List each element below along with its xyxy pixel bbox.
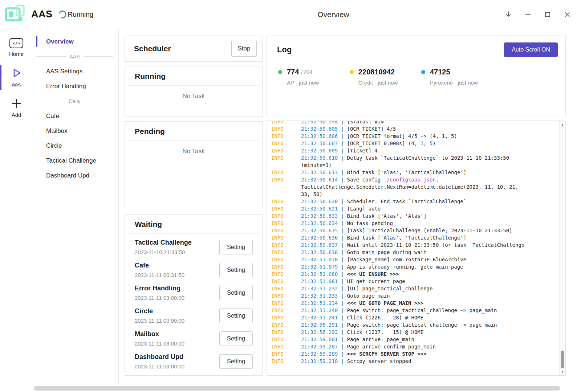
menu-item[interactable]: Dashboard Upd <box>33 168 118 183</box>
stat-value-row: 220810942 <box>349 68 420 76</box>
task-setting-button[interactable]: Setting <box>219 240 253 254</box>
log-separator: | <box>338 133 347 139</box>
plus-icon <box>11 98 22 109</box>
task-info: Error Handling 2023-11-11 03:00:00 <box>135 285 184 301</box>
log-level: INFO <box>271 241 301 249</box>
log-level: INFO <box>271 212 301 220</box>
scroll-down-icon[interactable]: ▼ <box>560 369 565 375</box>
waiting-task-row: Mailbox 2023-11-11 03:00:00 Setting <box>135 327 253 350</box>
stat-dot-icon <box>350 70 354 74</box>
log-separator: | <box>338 329 347 335</box>
minimize-button[interactable] <box>520 7 536 23</box>
stat-caption: Credit - just now <box>358 79 420 86</box>
pending-empty-message: No Task <box>125 141 262 155</box>
log-vertical-scrollbar[interactable]: ▲ ▼ <box>559 121 565 375</box>
log-output-card: INFO21:32:50.598 | [Status] WININFO21:32… <box>267 121 566 376</box>
log-message: UI get current page <box>347 278 405 284</box>
log-timestamp: 21:32:50.609 <box>301 148 338 154</box>
log-timestamp: 21:32:50.636 <box>301 235 338 241</box>
app-title: AAS <box>31 9 53 20</box>
log-separator: | <box>338 315 347 320</box>
log-level: INFO <box>271 307 301 314</box>
rail-item-aas[interactable]: aas <box>0 62 33 93</box>
log-message: Bind task ['Alas', 'TacticalChallenge'] <box>347 170 466 175</box>
menu-item-label: Overview <box>46 38 74 45</box>
menu-item[interactable]: Mailbox <box>33 123 118 138</box>
log-message: [Ticket] 4 <box>347 148 377 154</box>
log-level: INFO <box>271 205 301 212</box>
log-level: INFO <box>271 125 301 132</box>
log-separator: | <box>338 286 347 291</box>
log-timestamp: 21:32:59.001 <box>301 336 338 342</box>
waiting-task-list: Tactical Challenge 2023-11-10 21:33:50 S… <box>125 234 262 373</box>
log-separator: | <box>338 271 347 277</box>
rail-item-add[interactable]: Add <box>0 93 33 123</box>
menu-item-label: Tactical Challenge <box>46 157 96 164</box>
log-timestamp: 21:32:51.078 <box>301 257 338 262</box>
download-update-button[interactable] <box>500 7 516 23</box>
stat-value: 774 <box>287 68 299 76</box>
menu-item-label: AAS Settings <box>46 68 82 75</box>
log-message: [UI] page_tactical_challenge <box>347 286 432 291</box>
log-line: INFO21:32:50.614 | Save config ./config\… <box>271 176 558 198</box>
task-setting-button[interactable]: Setting <box>219 331 253 346</box>
task-name: Dashboard Upd <box>135 353 184 361</box>
menu-item[interactable]: Error Handling <box>33 79 118 94</box>
close-button[interactable] <box>559 7 575 23</box>
menu-item[interactable]: AAS Settings <box>33 64 118 79</box>
log-timestamp: 21:32:50.614 <box>301 177 338 183</box>
log-line: INFO21:32:50.636 | Bind task ['Alas', 'T… <box>271 234 558 241</box>
autoscroll-toggle-button[interactable]: Auto Scroll ON <box>504 42 558 57</box>
menu-item[interactable]: Circle <box>33 138 118 153</box>
log-timestamp: 21:32:51.241 <box>301 315 338 320</box>
horizontal-scrollbar[interactable] <box>0 385 581 392</box>
dashboard-stat: 47125 Pyroxene - just now <box>420 68 492 86</box>
log-timestamp: 21:32:50.613 <box>301 170 338 175</box>
log-scrollbar-thumb[interactable] <box>561 351 564 368</box>
task-setting-button[interactable]: Setting <box>219 286 253 300</box>
dashboard-stat: 220810942 Credit - just now <box>349 68 420 86</box>
log-separator: | <box>338 322 347 328</box>
log-line: INFO21:32:51.240 | Page switch: page_tac… <box>271 307 558 314</box>
log-message: Goto main page during wait <box>347 249 426 255</box>
menu-item[interactable]: Overview <box>33 34 118 49</box>
scheduler-card: Scheduler Stop <box>125 36 263 62</box>
menu-item-label: Dashboard Upd <box>46 172 89 179</box>
waiting-card: Waiting Tactical Challenge 2023-11-10 21… <box>125 214 263 376</box>
log-message: Page switch: page_tactical_challenge -> … <box>347 307 497 313</box>
log-level: INFO <box>271 270 301 278</box>
task-next-run: 2023-11-11 00:31:50 <box>135 272 184 278</box>
log-lines: INFO21:32:50.598 | [Status] WININFO21:32… <box>271 121 558 365</box>
log-level: INFO <box>271 292 301 299</box>
log-scroll-area[interactable]: INFO21:32:50.598 | [Status] WININFO21:32… <box>267 121 559 375</box>
log-level: INFO <box>271 278 301 285</box>
log-separator: | <box>338 199 347 204</box>
scheduler-stop-button[interactable]: Stop <box>231 41 257 57</box>
scroll-up-icon[interactable]: ▲ <box>560 122 565 127</box>
menu-item[interactable]: Cafe <box>33 109 118 123</box>
log-level: INFO <box>271 249 301 256</box>
scheduler-title: Scheduler <box>134 44 171 53</box>
code-icon: </> <box>9 38 23 48</box>
log-line: INFO21:32:51.078 | [Package_name] com.Yo… <box>271 256 558 263</box>
task-setting-button[interactable]: Setting <box>219 309 253 323</box>
menu-item[interactable]: Tactical Challenge <box>33 153 118 168</box>
log-message: <<< UI ENSURE >>> <box>347 271 399 277</box>
log-line: INFO21:32:50.613 | Bind task ['Alas', 'T… <box>271 169 558 176</box>
task-name: Cafe <box>135 262 184 269</box>
log-timestamp: 21:32:56.293 <box>301 329 338 335</box>
maximize-button[interactable] <box>540 7 556 23</box>
rail-item-home[interactable]: </> Home <box>0 33 33 62</box>
stat-value-row: 774 / 234 <box>277 68 349 76</box>
task-setting-button[interactable]: Setting <box>219 354 253 369</box>
log-level: INFO <box>271 263 301 270</box>
log-separator: | <box>338 293 347 299</box>
log-timestamp: 21:32:50.633 <box>301 213 338 219</box>
dashboard-stat: 774 / 234 AP - just now <box>277 68 349 86</box>
stat-caption: AP - just now <box>287 79 349 86</box>
log-line: INFO21:32:50.620 | Scheduler: End task `… <box>271 198 558 205</box>
horizontal-scrollbar-thumb[interactable] <box>34 386 560 391</box>
log-line: INFO21:32:51.233 | Goto page_main <box>271 292 558 299</box>
task-setting-button[interactable]: Setting <box>219 263 253 277</box>
log-timestamp: 21:32:50.637 <box>301 242 338 248</box>
